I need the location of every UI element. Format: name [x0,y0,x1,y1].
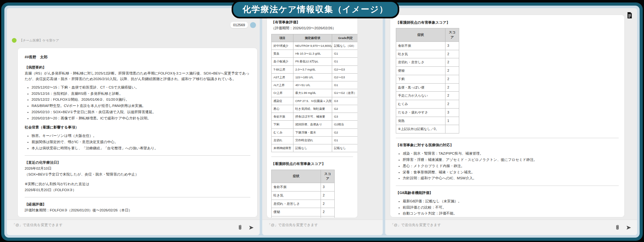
progress-period: 評価対象期間：FOLFOX③（2026/01/20）後〜2026/02/26（本… [25,208,250,213]
table-row: 下痢2 [396,75,459,83]
table-row: 好中球減少NEUTRO# 9,970〜14,800/μL記載なし（G0） [272,42,358,50]
table-cell: 2 [321,200,335,208]
list-item: 2025/12/22：FOLFOX①開始、2026/01/06②、01/20③施… [32,97,250,102]
send-icon[interactable] [625,224,632,231]
table-cell: G2 [332,128,358,136]
chat-panel-right: 【看護師視点の有害事象スコア】 症状スコア 食欲不振3吐き気2息切れ・息苦しさ2… [385,8,637,235]
table-row: 便秘2 [396,67,459,75]
table-cell: 息切れ・息苦しさ [272,200,321,208]
message-bubble-nurse-report: 【看護師視点の有害事象スコア】 症状スコア 食欲不振3吐き気2息切れ・息苦しさ2… [390,15,624,217]
table-cell: 頻回排便、血便あり [293,121,332,128]
g8-bullets: 最新G8評価：記載なし（未実施）。前回評価との比較：不可。自動コンサルト判定：評… [396,199,619,216]
table-cell: 末梢神経障害 [272,144,293,152]
table-cell: むくみ [396,100,445,109]
table-cell: Hb 10.3〜11.3 g/dL [293,50,332,58]
list-item: 悪心：メトクロプラミド内服・静注。 [403,163,619,169]
recent-actual-date: 2026年01月20日（FOLFOX③） [25,187,250,193]
table-cell: 食欲不振 [272,183,321,191]
composer-placeholder[interactable]: 「@」で送信先を変更できます [390,223,609,227]
table-cell: Plt 最低12.9万/μL [293,58,332,65]
table-cell: T-Bil上昇 [272,65,293,73]
table-cell: 食欲不振 [396,41,445,50]
composer-placeholder[interactable]: 「@」で送信先を変更できます [267,223,378,227]
divider [396,138,619,138]
table-row: 血小板減少Plt 最低12.9万/μLG1 [272,58,358,65]
table-cell: だるさ・疲れやすさ [396,108,445,117]
table-cell: G1 [332,50,358,58]
table-row: 息切れ・息苦しさ2 [396,58,459,67]
table-cell: G1 [332,58,358,65]
message-composer-middle[interactable]: 「@」で送信先を変更できます [262,220,383,235]
table-row: 貧血Hb 10.3〜11.3 g/dLG1 [272,50,358,58]
table-cell: 記載なし [293,144,332,152]
social-bullets: 独居。キーパーソンは甥（大阪在住）。親族関係は限定的で、甥がIC・意思決定支援の… [25,133,250,151]
list-item: 親族関係は限定的で、甥がIC・意思決定支援の中心。 [32,139,250,145]
attachment-icon[interactable] [614,224,621,231]
divider [25,155,250,156]
column-header: 項目 [272,34,293,42]
table-cell: 40〜51 U/L [293,81,332,89]
table-cell: 下痢 [396,75,445,83]
message-composer-left[interactable]: 「@」で送信先を変更できます [7,220,260,235]
table-cell: 2 [321,191,335,200]
table-cell: G3 [332,113,358,121]
message-bubble-patient-summary: ##長野 太郎 【病歴要約】 直腸（RS）がん多発肝転移・肺転移に対し2025/… [18,48,257,217]
table-cell: G1〜G2（改善） [332,89,358,97]
divider [271,157,353,157]
table-header-row: 症状スコア [272,170,335,183]
send-icon[interactable] [248,224,255,231]
list-item: 2025/12/16：当院初診、直腸RS癌・多発肝転移と診断。 [32,91,250,96]
table-cell: NEUTRO# 9,970〜14,800/μL [293,42,332,50]
table-row: 息切れ労作時息切れG1 [272,136,358,144]
progress-bullets: FOLFOX③後より強い倦怠感が持続。2/10外来時にCRP・PCT高値、脱水・… [25,216,250,217]
table-row: 食欲不振3 [272,183,335,191]
table-header-row: 症状スコア [396,28,459,42]
table-row: AST上昇115〜185 U/LG2〜G3 [272,73,358,81]
list-item: 最新G8評価：記載なし（未実施）。 [403,199,619,204]
table-cell: 2 [445,83,459,92]
nurse-score-table: 症状スコア 食欲不振3吐き気2息切れ・息苦しさ2便秘2下痢2血便・黒っぽい便2手… [271,170,335,218]
g8-heading: 【G8高齢者機能評価】 [396,190,619,196]
table-cell: 吐き気持続、制吐薬要 [293,105,332,113]
attachment-icon[interactable] [236,224,243,231]
table-cell: 最大1.99 mg/dL [293,89,332,97]
table-cell: 労作時息切れ [293,136,332,144]
table-row: 発熱1 [396,117,459,125]
table-cell: 1 [445,117,459,125]
table-row: Cr上昇最大1.99 mg/dLG1〜G2（改善） [272,89,358,97]
response-heading: 【有害事象に対する医療側の対応】 [396,143,619,148]
table-cell: G2相当 [332,121,358,128]
table-cell: 下腿浮腫・腹水 [293,128,332,136]
adverse-event-table: 項目測定値/症状Grade判定 好中球減少NEUTRO# 9,970〜14,80… [271,34,357,152]
table-row: 下痢2 [272,216,335,218]
list-item: 栄養：食事形態調整、補液・ビタミン補充。 [403,170,619,175]
table-cell: ※上記以外は記載なし／0。 [396,125,445,133]
table-row: 吐き気2 [272,191,335,200]
table-cell: 2 [445,92,459,100]
table-cell: 吐き気 [396,50,445,58]
message-composer-right[interactable]: 「@」で送信先を変更できます [385,220,637,235]
ae-heading: 【有害事象評価】 [271,20,353,25]
chat-panel-left: 012569 【チーム医療】ケモ室ケア ##長野 太郎 【病歴要約】 直腸（RS… [7,8,260,235]
document-icon[interactable] [627,12,632,18]
table-row: 食欲不振摂食ほぼ不可、補液要G3 [272,113,358,121]
list-item: 肝障害・浮腫：補液減量、アゾセミド・スピロノラクトン、後にフロセミド静注。 [403,157,619,162]
table-cell: 息切れ・息苦しさ [396,58,445,67]
table-row: 感染症CRP 27.5、IV抗菌薬＋入院G3 [272,97,358,105]
table-row: 血便・黒っぽい便2 [396,83,459,92]
table-cell: ALT上昇 [272,81,293,89]
list-item: 2025/12/02〜15：下痢・血便で前医受診、CT・CSで大腸癌疑い。 [32,85,250,90]
sender-row: 【チーム医療】ケモ室ケア [12,38,59,43]
table-cell: AST上昇 [272,73,293,81]
column-header: Grade判定 [332,34,358,42]
table-cell: 2 [445,67,459,75]
table-cell: 2 [445,75,459,83]
table-row: むくみ2 [396,100,459,109]
table-cell: 貧血 [272,50,293,58]
table-cell: 便秘 [396,67,445,75]
composer-placeholder[interactable]: 「@」で送信先を変更できます [12,223,231,227]
panels-container: 012569 【チーム医療】ケモ室ケア ##長野 太郎 【病歴要約】 直腸（RS… [4,6,640,238]
table-cell: 記載なし [332,144,358,152]
table-cell: 発熱 [396,117,445,125]
progress-heading: 【経過評価】 [25,202,250,207]
